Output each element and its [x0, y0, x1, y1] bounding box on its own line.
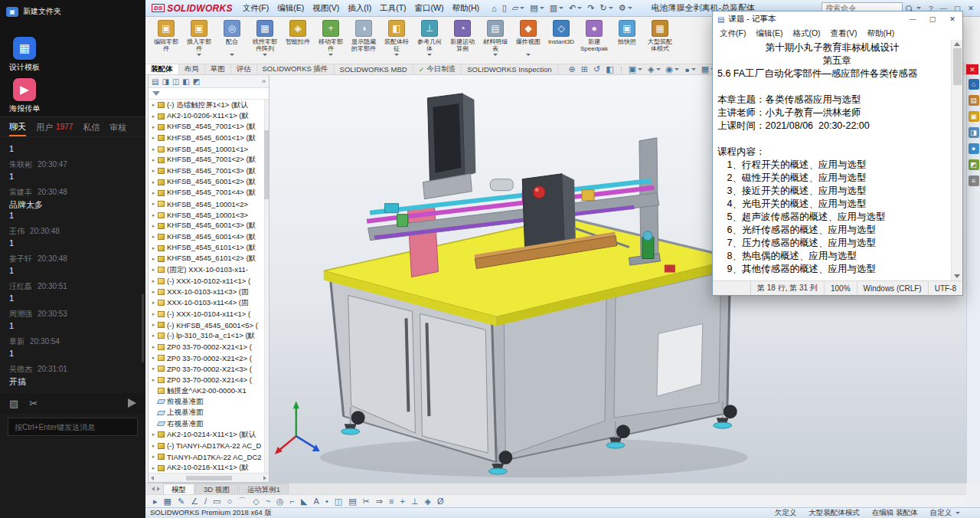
expand-arrow-icon[interactable]: ▸: [150, 322, 157, 328]
tree-item[interactable]: ▸(-) XXX-10-0104-x11<1> (: [149, 309, 264, 320]
message-username[interactable]: 吴德杰: [9, 365, 32, 373]
expand-arrow-icon[interactable]: ▸: [150, 201, 157, 207]
tree-item[interactable]: ▸KHFSB_4545_6001<2> (默: [149, 176, 264, 187]
menu-item[interactable]: 格式(O): [788, 28, 825, 40]
property-manager-icon[interactable]: ◨: [162, 77, 168, 86]
menu-item[interactable]: 帮助(H): [863, 28, 900, 40]
ribbon-button[interactable]: ▦线性零部件阵列: [249, 18, 281, 64]
ribbon-button[interactable]: ▣拍快照: [611, 18, 643, 64]
tree-item[interactable]: ▸KHFSB_4545_6001<1> (默: [149, 133, 264, 143]
line-icon[interactable]: /: [204, 497, 207, 506]
scrollbar-thumb[interactable]: [264, 130, 269, 199]
tree-item[interactable]: ▸(-) lp-310_310-a_c1<1> (默: [149, 330, 264, 341]
zoom-fit-icon[interactable]: ⊕: [569, 64, 576, 74]
appearances-icon[interactable]: ●: [969, 143, 979, 154]
scrollbar-thumb[interactable]: [953, 48, 962, 85]
message-username[interactable]: 雷建丰: [9, 188, 32, 196]
polygon-icon[interactable]: ◇: [253, 497, 259, 507]
message-username[interactable]: 章新: [9, 337, 24, 346]
tree-vertical-scrollbar[interactable]: [264, 100, 269, 473]
relations-icon[interactable]: ⊥: [411, 497, 419, 507]
move-entities-icon[interactable]: +: [400, 497, 404, 506]
expand-arrow-icon[interactable]: ▸: [150, 168, 157, 174]
menu-item[interactable]: 帮助(H): [448, 2, 483, 15]
trim-icon[interactable]: ✂: [363, 497, 370, 507]
save-icon[interactable]: ▤: [528, 3, 546, 13]
expand-arrow-icon[interactable]: ▸: [150, 300, 157, 306]
tree-item[interactable]: ▸KHFSB_4545_7001<2> (默: [149, 155, 264, 166]
select-tool-icon[interactable]: ▸: [153, 497, 158, 507]
status-item[interactable]: 欠定义: [775, 508, 797, 518]
flyout-arrow-icon[interactable]: »: [262, 77, 266, 85]
grid-icon[interactable]: ▦: [164, 497, 172, 507]
point-icon[interactable]: •: [325, 497, 328, 506]
expand-arrow-icon[interactable]: ▸: [150, 443, 157, 449]
tree-item[interactable]: ▸ZP0 33-70-0002-X21<4> (: [149, 375, 264, 385]
ribbon-button[interactable]: ◧装配体特征: [381, 18, 413, 64]
tree-item[interactable]: 前视基准面: [149, 396, 264, 407]
desktop-shortcut[interactable]: ▶海报传单: [9, 78, 40, 114]
notepad-titlebar[interactable]: ▤ 课题 - 记事本 —▢✕: [713, 11, 962, 27]
tree-item[interactable]: 触摸盒^AK2-00-0000-X1: [149, 385, 264, 396]
status-item[interactable]: 在编辑 装配体: [872, 508, 918, 518]
tree-item[interactable]: ▸ZP0 33-70-0002-X21<3> (: [149, 363, 264, 374]
tree-item[interactable]: ▸AK2-10-0206-X11<1> (默: [149, 110, 264, 121]
expand-arrow-icon[interactable]: ▸: [150, 454, 157, 460]
notepad-text[interactable]: 第十期小丸子教育非标机械设计 第五章5.6 FA工厂自动化零部件—感应部件各类传…: [713, 40, 951, 280]
expand-arrow-icon[interactable]: ▸: [150, 102, 157, 108]
display-style-icon[interactable]: ◈: [648, 64, 660, 74]
scroll-down-icon[interactable]: [954, 274, 960, 278]
redo-icon[interactable]: ↷: [585, 3, 596, 13]
menu-item[interactable]: 查看(V): [826, 28, 862, 40]
tree-item[interactable]: ▸KHFSB_4545_6001<3> (默: [149, 221, 264, 231]
configuration-manager-icon[interactable]: ◫: [172, 77, 179, 86]
design-library-icon[interactable]: ▤: [969, 95, 979, 106]
tree-item[interactable]: ▸ZP0 33-70-0002-X21<1> (: [149, 342, 264, 352]
tree-item[interactable]: ▸(-) KHFSB_4545_6001<5> (: [149, 320, 264, 330]
tree-item[interactable]: ▸KHFSB_4545_7001<4> (默: [149, 188, 264, 198]
desktop-shortcut[interactable]: ▦设计模板: [9, 37, 40, 73]
chat-tab[interactable]: 私信: [83, 117, 100, 136]
tab-scroll-arrows[interactable]: [149, 484, 163, 494]
expand-arrow-icon[interactable]: ▸: [150, 366, 157, 372]
scroll-right-icon[interactable]: [263, 476, 266, 480]
status-item[interactable]: 大型装配体模式: [808, 508, 860, 518]
tree-item[interactable]: ▸(固定) XXX-10-0103-x11-: [149, 264, 264, 275]
document-tab[interactable]: 运动算例1: [239, 484, 289, 494]
expand-arrow-icon[interactable]: ▸: [150, 223, 157, 229]
open-folder-icon[interactable]: ▱: [510, 3, 527, 13]
chevron-down-icon[interactable]: [916, 7, 921, 9]
tree-item[interactable]: ▸XXX-10-0103-x11<3> (固: [149, 287, 264, 297]
expand-arrow-icon[interactable]: ▸: [150, 344, 157, 350]
menu-item[interactable]: 文件(F): [239, 2, 273, 15]
print-icon[interactable]: ▥: [547, 3, 566, 13]
filter-icon[interactable]: [152, 91, 160, 96]
machine-left-tower[interactable]: [423, 93, 475, 199]
expand-arrow-icon[interactable]: ▸: [150, 289, 157, 295]
tree-item[interactable]: ▸TIANYI-AD17KA-22 AC_DC2: [149, 451, 264, 462]
linear-pattern-icon[interactable]: ▤: [348, 497, 356, 507]
chat-scrollbar[interactable]: [142, 293, 144, 362]
menu-item[interactable]: 编辑(E): [751, 28, 787, 40]
image-icon[interactable]: ▨: [9, 398, 18, 409]
expand-arrow-icon[interactable]: ▸: [150, 431, 157, 438]
ribbon-tab[interactable]: 草图: [205, 64, 231, 74]
ribbon-button[interactable]: ◔新建运动算例: [446, 18, 479, 64]
menu-item[interactable]: 视图(V): [309, 2, 343, 15]
sketch-icon[interactable]: ✎: [178, 497, 185, 507]
ribbon-button[interactable]: ▤材料明细表: [479, 18, 511, 64]
maximize-icon[interactable]: ▢: [923, 11, 942, 27]
expand-arrow-icon[interactable]: ▸: [150, 135, 157, 141]
tree-item[interactable]: ▸AK2-10-0214-X11<1> (默认: [149, 429, 264, 440]
close-icon[interactable]: ✕: [942, 11, 962, 27]
view-orientation-icon[interactable]: ▣: [629, 64, 642, 74]
offset-icon[interactable]: ≡: [389, 497, 394, 506]
chat-tab[interactable]: 聊天: [9, 117, 26, 136]
ribbon-button[interactable]: ▦大型装配体模式: [644, 18, 676, 64]
chat-tab[interactable]: 审核: [109, 117, 126, 136]
ribbon-tab[interactable]: SOLIDWORKS Inspection: [462, 64, 557, 74]
smart-dimension-icon[interactable]: ∠: [191, 497, 198, 507]
expand-arrow-icon[interactable]: ▸: [150, 377, 157, 383]
section-view-icon[interactable]: ◧: [606, 64, 613, 74]
new-document-icon[interactable]: ▯: [500, 3, 509, 13]
